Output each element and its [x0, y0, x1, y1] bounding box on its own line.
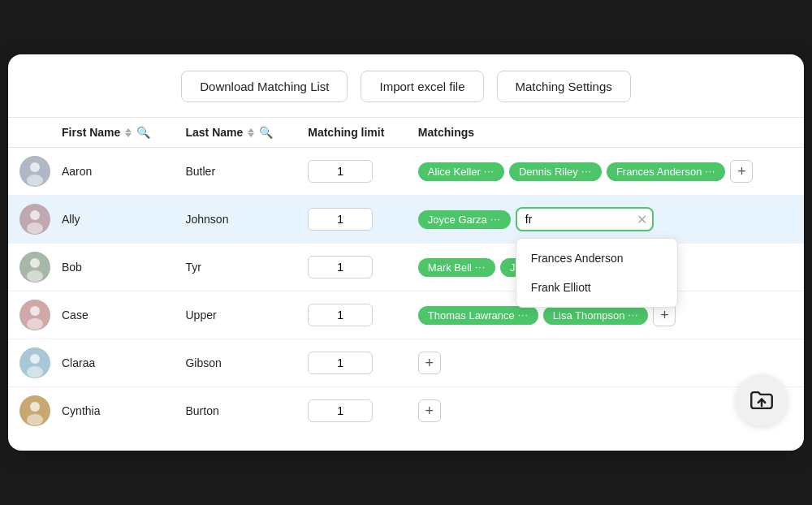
svg-point-1: [30, 162, 40, 172]
matchings-cell-aaron: Alice Keller ···Dennis Riley ···Frances …: [418, 160, 793, 183]
avatar-bob: [8, 244, 50, 291]
matching-tag[interactable]: Thomas Lawrance ···: [418, 306, 538, 325]
svg-point-13: [30, 354, 40, 364]
table-header-row: First Name 🔍 Last Name: [8, 118, 804, 148]
svg-point-10: [30, 306, 40, 316]
svg-point-17: [27, 414, 43, 425]
first-name-bob: Bob: [50, 244, 174, 291]
avatar-case: [8, 291, 50, 339]
matchings-cell-claraa: +: [418, 352, 793, 374]
matching-tag[interactable]: Alice Keller ···: [418, 162, 504, 181]
matching-tag[interactable]: Mark Bell ···: [418, 258, 495, 277]
last-name-cynthia: Burton: [174, 387, 296, 435]
add-matching-button-aaron[interactable]: +: [730, 160, 753, 183]
matching-search-wrap: ✕Frances AndersonFrank Elliott: [516, 207, 654, 231]
download-matching-list-button[interactable]: Download Matching List: [181, 71, 348, 102]
avatar-header: [8, 118, 50, 148]
matching-limit-header: Matching limit: [296, 118, 407, 148]
limit-case: [296, 291, 407, 339]
last-name-search-icon[interactable]: 🔍: [259, 126, 273, 139]
add-matching-button-claraa[interactable]: +: [418, 352, 441, 374]
import-excel-button[interactable]: Import excel file: [361, 71, 483, 102]
first-name-aaron: Aaron: [50, 148, 174, 196]
matchings-aaron: Alice Keller ···Dennis Riley ···Frances …: [407, 148, 804, 196]
table-row: CaseUpperThomas Lawrance ···Lisa Thompso…: [8, 291, 804, 339]
avatar-claraa: [8, 339, 50, 387]
limit-claraa: [296, 339, 407, 387]
limit-cynthia: [296, 387, 407, 435]
upload-folder-fab[interactable]: [736, 374, 788, 426]
matching-tag[interactable]: Dennis Riley ···: [509, 162, 602, 181]
last-name-ally: Johnson: [174, 196, 296, 244]
limit-ally: [296, 196, 407, 244]
last-name-aaron: Butler: [174, 148, 296, 196]
matchings-header: Matchings: [407, 118, 804, 148]
matching-search-input[interactable]: [516, 207, 654, 231]
svg-point-2: [27, 175, 43, 186]
limit-input-cynthia[interactable]: [308, 399, 373, 422]
clear-search-icon[interactable]: ✕: [637, 212, 647, 227]
limit-input-aaron[interactable]: [308, 160, 373, 183]
matching-tag[interactable]: Lisa Thompson ···: [543, 306, 649, 325]
first-name-search-icon[interactable]: 🔍: [136, 126, 150, 139]
limit-input-bob[interactable]: [308, 256, 373, 278]
first-name-case: Case: [50, 291, 174, 339]
table-wrap: First Name 🔍 Last Name: [8, 117, 804, 434]
table-row: ClaraaGibson+: [8, 339, 804, 387]
limit-input-case[interactable]: [308, 304, 373, 326]
first-name-header: First Name 🔍: [50, 118, 174, 148]
first-name-cynthia: Cynthia: [50, 387, 174, 435]
table-row: CynthiaBurton+: [8, 387, 804, 435]
last-name-bob: Tyr: [174, 244, 296, 291]
last-name-case: Upper: [174, 291, 296, 339]
first-name-sort-icon[interactable]: [125, 128, 132, 137]
upload-folder-icon: [748, 386, 775, 414]
svg-point-14: [27, 366, 43, 378]
limit-aaron: [296, 148, 407, 196]
limit-input-ally[interactable]: [308, 208, 373, 231]
limit-input-claraa[interactable]: [308, 352, 373, 374]
avatar-cynthia: [8, 387, 50, 435]
svg-point-5: [27, 222, 43, 234]
table-row: AllyJohnsonJoyce Garza ···✕Frances Ander…: [8, 196, 804, 244]
last-name-claraa: Gibson: [174, 339, 296, 387]
avatar-ally: [8, 196, 50, 244]
first-name-claraa: Claraa: [50, 339, 174, 387]
avatar-aaron: [8, 148, 50, 196]
svg-point-7: [30, 258, 40, 268]
dropdown-item[interactable]: Frank Elliott: [516, 273, 677, 302]
matching-tag[interactable]: Frances Anderson ···: [607, 162, 726, 181]
dropdown-item[interactable]: Frances Anderson: [516, 244, 677, 273]
svg-point-4: [30, 210, 40, 220]
matching-settings-button[interactable]: Matching Settings: [497, 71, 631, 102]
first-name-ally: Ally: [50, 196, 174, 244]
table-row: AaronButlerAlice Keller ···Dennis Riley …: [8, 148, 804, 196]
last-name-sort-icon[interactable]: [248, 128, 254, 137]
svg-point-16: [30, 402, 40, 412]
limit-bob: [296, 244, 407, 291]
svg-point-8: [27, 270, 43, 282]
matching-tag[interactable]: Joyce Garza ···: [418, 210, 511, 229]
last-name-header: Last Name 🔍: [174, 118, 296, 148]
table-row: BobTyrMark Bell ···J...···: [8, 244, 804, 291]
add-matching-button-cynthia[interactable]: +: [418, 399, 441, 422]
toolbar: Download Matching List Import excel file…: [8, 71, 804, 102]
matchings-cell-ally: Joyce Garza ···✕Frances AndersonFrank El…: [418, 207, 793, 231]
svg-point-11: [27, 318, 43, 330]
matchings-ally: Joyce Garza ···✕Frances AndersonFrank El…: [407, 196, 804, 244]
main-card: Download Matching List Import excel file…: [8, 54, 804, 451]
matching-dropdown: Frances AndersonFrank Elliott: [516, 238, 678, 308]
matching-table: First Name 🔍 Last Name: [8, 117, 804, 434]
